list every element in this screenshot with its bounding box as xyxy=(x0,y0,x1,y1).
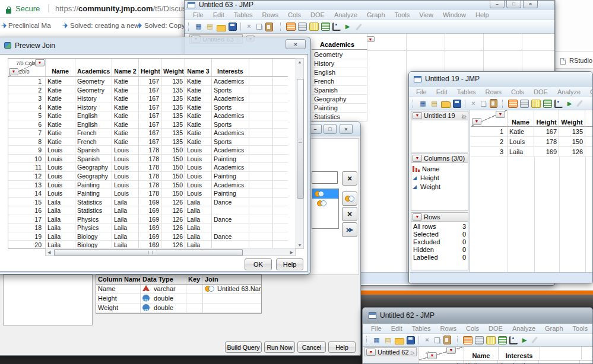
maximize-button[interactable] xyxy=(324,124,337,134)
grid-icon[interactable] xyxy=(309,23,319,31)
run-script-icon[interactable] xyxy=(565,100,574,108)
cut-icon[interactable] xyxy=(423,336,432,344)
col-header-name[interactable]: Name xyxy=(508,110,534,127)
table-row[interactable]: 12 Louis Geography Louis 178 150 Louis P… xyxy=(8,172,296,181)
menu-item[interactable]: Edit xyxy=(432,88,452,95)
cut-icon[interactable] xyxy=(245,23,253,31)
table-row[interactable]: 11 Louis Geography Louis 178 150 Louis A… xyxy=(8,163,296,172)
table-row[interactable]: 10 Louis Spanish Louis 178 150 Louis Pai… xyxy=(8,155,296,164)
summary-icon[interactable] xyxy=(475,336,484,344)
expand-icon[interactable] xyxy=(411,349,415,356)
save-icon[interactable] xyxy=(453,100,461,108)
menu-item[interactable]: Tables xyxy=(407,325,436,332)
menu-item[interactable]: File xyxy=(366,325,386,332)
table-row[interactable]: 18 Laila Physics Laila 169 126 Laila xyxy=(8,223,296,232)
titlebar-untitled-62[interactable]: Untitled 62 - JMP xyxy=(363,308,593,324)
columns-red-triangle[interactable] xyxy=(35,59,45,66)
data-table-icon[interactable] xyxy=(286,23,296,31)
fit-y-by-x-icon[interactable] xyxy=(509,336,518,344)
menu-item[interactable]: DOE xyxy=(306,11,329,18)
col-header[interactable]: Column Name xyxy=(96,275,141,284)
menu-item[interactable]: Analyze xyxy=(329,11,362,18)
col-header-name[interactable]: Name xyxy=(464,347,499,360)
menu-item[interactable]: DOE xyxy=(484,325,508,332)
menu-item[interactable]: Tables xyxy=(452,88,481,95)
menu-item[interactable]: Cols xyxy=(506,88,529,95)
table-row[interactable]: 19 Laila Biology Laila 169 126 Laila Dan… xyxy=(8,232,296,241)
menu-item[interactable]: Edit xyxy=(208,11,229,18)
data-table-icon[interactable] xyxy=(508,100,518,108)
col-header-interests[interactable]: Interests xyxy=(212,59,249,77)
table-row[interactable]: 2 Louis 178 150 xyxy=(471,137,593,147)
ok-button[interactable]: OK xyxy=(245,258,272,270)
table-row[interactable]: Name varchar Untitled 63.Name xyxy=(96,285,261,294)
journal-icon[interactable] xyxy=(430,100,439,108)
col-header-weight[interactable]: Weight xyxy=(161,59,185,77)
copy-icon[interactable] xyxy=(256,23,263,30)
table-row[interactable]: 17 Laila Physics Laila 169 126 Laila Dan… xyxy=(8,215,296,224)
table-row[interactable]: 15 Laila Statistics Laila 169 126 Laila … xyxy=(8,198,296,207)
clear-button[interactable]: × xyxy=(342,171,357,186)
scrollbar-thumb[interactable] xyxy=(297,79,304,199)
columns-red-triangle[interactable] xyxy=(446,347,456,354)
menu-item[interactable]: DOE xyxy=(529,88,553,95)
grid-cell[interactable]: English xyxy=(312,68,367,77)
summary-icon[interactable] xyxy=(298,23,307,31)
custom-join-button[interactable]: ×▶ xyxy=(342,222,357,237)
table-row[interactable]: Weight double xyxy=(96,304,261,313)
scroll-left-arrow[interactable]: ◀ xyxy=(47,250,50,255)
table-row[interactable]: 3 Laila 169 126 xyxy=(471,147,593,157)
save-icon[interactable] xyxy=(407,336,415,344)
distribution-icon[interactable] xyxy=(498,336,507,344)
scroll-right-arrow[interactable]: ▶ xyxy=(290,250,293,255)
join-list-item-selected[interactable] xyxy=(312,189,338,199)
grid-cell[interactable]: Geography xyxy=(312,95,367,104)
maximize-button[interactable] xyxy=(506,1,521,8)
new-table-icon[interactable] xyxy=(418,100,427,108)
data-table-icon[interactable] xyxy=(463,336,473,344)
help-button[interactable]: Help xyxy=(328,341,356,353)
rows-red-triangle[interactable] xyxy=(472,118,481,125)
run-now-button[interactable]: Run Now xyxy=(264,341,295,353)
rows-panel-header[interactable]: Rows xyxy=(411,213,468,222)
column-list-item[interactable]: Weight xyxy=(413,182,468,191)
journal-icon[interactable] xyxy=(383,336,392,344)
titlebar-untitled-19[interactable]: Untitled 19 - JMP xyxy=(409,72,593,87)
distribution-icon[interactable] xyxy=(543,100,552,108)
red-triangle-icon[interactable] xyxy=(413,155,422,162)
rstudio-list-item[interactable]: RStudio Works xyxy=(556,51,593,69)
menu-item[interactable]: Cols xyxy=(283,11,306,18)
table-row[interactable]: 7 Katie French Katie 167 135 Katie Acade… xyxy=(8,129,296,138)
grid-cell[interactable]: Geometry xyxy=(312,50,367,59)
menu-item[interactable]: Rows xyxy=(258,11,284,18)
columns-red-triangle[interactable] xyxy=(496,111,505,118)
close-button[interactable] xyxy=(286,39,306,49)
col-header-name3[interactable]: Name 3 xyxy=(185,59,212,77)
open-icon[interactable] xyxy=(441,101,451,108)
paste-icon[interactable] xyxy=(265,23,273,31)
journal-icon[interactable] xyxy=(205,23,214,31)
table-row[interactable]: 3 Katie History Katie 167 135 Katie Acad… xyxy=(8,94,296,103)
column-header-academics[interactable]: Academics xyxy=(312,34,367,50)
cancel-button[interactable]: Cancel xyxy=(297,341,326,353)
menu-item[interactable]: Rows xyxy=(436,325,462,332)
delete-join-button[interactable]: × xyxy=(342,207,357,221)
bookmark-item[interactable]: Solved: creating a new xyxy=(70,22,139,29)
col-header-academics[interactable]: Academics xyxy=(75,59,112,77)
new-table-icon[interactable] xyxy=(372,336,381,344)
fit-y-by-x-icon[interactable] xyxy=(332,23,341,31)
table-row[interactable]: 5 Katie English Katie 167 135 Katie Acad… xyxy=(8,111,296,120)
rows-red-triangle[interactable] xyxy=(9,68,18,75)
menu-item[interactable]: Help xyxy=(471,11,494,18)
menu-item[interactable]: Tools xyxy=(568,325,593,332)
col-header[interactable]: Join xyxy=(203,275,261,284)
open-icon[interactable] xyxy=(217,25,226,31)
table-panel-header[interactable]: Untitled 19 xyxy=(411,111,468,120)
table-panel-header[interactable]: Untitled 62 xyxy=(364,347,417,356)
close-button[interactable] xyxy=(340,124,353,134)
close-button[interactable] xyxy=(523,1,538,8)
paste-icon[interactable] xyxy=(443,336,451,344)
save-icon[interactable] xyxy=(229,23,237,31)
vertical-scrollbar[interactable]: ▲ ▼ xyxy=(296,58,304,249)
menu-item[interactable]: Tables xyxy=(229,11,258,18)
